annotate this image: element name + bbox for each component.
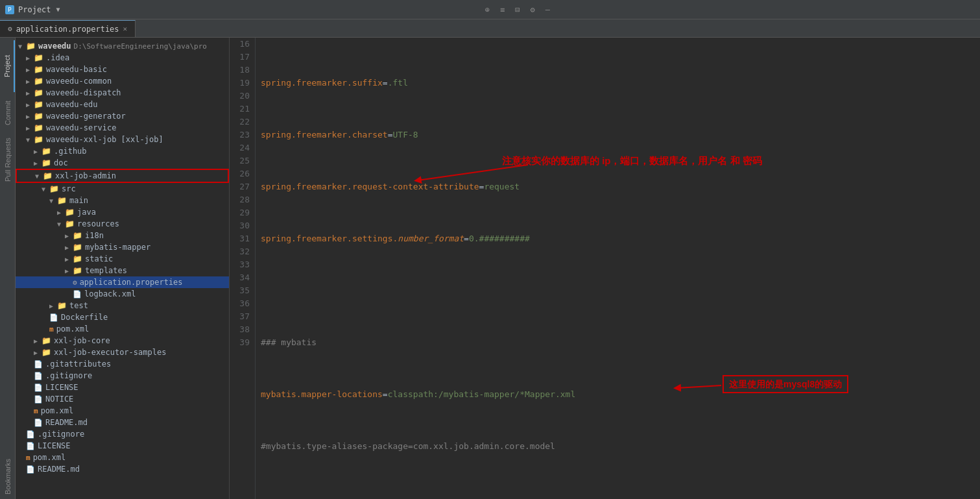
tree-arrow: ▶ — [26, 113, 34, 120]
dockerfile-icon: 📄 — [49, 313, 58, 322]
code-line-18: spring.freemarker.request-context-attrib… — [261, 180, 975, 193]
tree-item-gitignore-waveedu[interactable]: 📄 .gitignore — [16, 370, 229, 382]
tree-item-src[interactable]: ▼ 📁 src — [16, 183, 229, 195]
prop-eq: = — [388, 128, 393, 141]
tree-arrow: ▼ — [26, 136, 34, 143]
tree-item-notice[interactable]: 📄 NOTICE — [16, 393, 229, 405]
tree-label: xxl-job-core — [54, 336, 110, 345]
tree-item-i18n[interactable]: ▶ 📁 i18n — [16, 230, 229, 241]
tree-item-readme-root[interactable]: 📄 README.md — [16, 463, 229, 475]
code-content: spring.freemarker.suffix=.ftl spring.fre… — [256, 38, 980, 499]
toolbar-settings[interactable]: ⚙ — [530, 5, 534, 14]
tree-label: main — [69, 196, 88, 205]
tree-item-templates[interactable]: ▶ 📁 templates — [16, 265, 229, 276]
folder-icon: 📁 — [49, 184, 59, 193]
tree-item-main[interactable]: ▼ 📁 main — [16, 195, 229, 206]
folder-icon: 📁 — [34, 88, 43, 97]
tree-arrow: ▶ — [26, 125, 34, 132]
line-num-23: 23 — [235, 128, 250, 141]
line-num-19: 19 — [235, 77, 250, 90]
tree-label: waveedu-basic — [46, 65, 107, 74]
tree-item-waveedu-common[interactable]: ▶ 📁 waveedu-common — [16, 75, 229, 87]
tree-item-license-root[interactable]: 📄 LICENSE — [16, 440, 229, 452]
tree-item-doc[interactable]: ▶ 📁 doc — [16, 157, 229, 169]
tree-item-waveedu[interactable]: ▼ 📁 waveedu D:\SoftwareEngineering\java\… — [16, 40, 229, 52]
line-num-29: 29 — [235, 206, 250, 219]
tree-item-resources[interactable]: ▼ 📁 resources — [16, 218, 229, 230]
folder-icon: 📁 — [57, 301, 67, 310]
prop-val: request — [484, 180, 520, 193]
prop-eq: = — [383, 77, 388, 90]
code-line-22: mybatis.mapper-locations=classpath:/myba… — [261, 388, 975, 401]
tree-item-waveedu-xxl-job[interactable]: ▼ 📁 waveedu-xxl-job [xxl-job] — [16, 134, 229, 145]
tree-item-application-properties[interactable]: ⚙ application.properties — [16, 276, 229, 288]
tree-label: java — [77, 208, 96, 217]
code-area[interactable]: 16 17 18 19 20 21 22 23 24 25 26 27 28 2… — [230, 38, 980, 499]
toolbar-icon-1[interactable]: ⊕ — [485, 5, 490, 14]
side-tool-pullreq[interactable]: Pull Requests — [1, 134, 15, 186]
tree-item-license-waveedu[interactable]: 📄 LICENSE — [16, 382, 229, 393]
toolbar-icon-2[interactable]: ≡ — [500, 5, 505, 14]
file-tree-panel[interactable]: ▼ 📁 waveedu D:\SoftwareEngineering\java\… — [16, 38, 230, 499]
folder-icon: 📁 — [34, 65, 43, 74]
line-num-28: 28 — [235, 193, 250, 206]
tree-arrow: ▶ — [26, 78, 34, 85]
tab-application-properties[interactable]: ⚙ application.properties ✕ — [0, 20, 136, 37]
xml-file-icon: 📄 — [73, 290, 82, 298]
tree-item-waveedu-service[interactable]: ▶ 📁 waveedu-service — [16, 122, 229, 134]
tree-item-readme-waveedu[interactable]: 📄 README.md — [16, 417, 229, 428]
tree-item-java[interactable]: ▶ 📁 java — [16, 206, 229, 218]
line-num-27: 27 — [235, 180, 250, 193]
tree-item-mybatis-mapper[interactable]: ▶ 📁 mybatis-mapper — [16, 241, 229, 253]
main-layout: Project Commit Pull Requests Bookmarks ▼… — [0, 38, 980, 499]
line-num-24: 24 — [235, 141, 250, 154]
folder-icon: 📁 — [34, 135, 43, 144]
line-num-31: 31 — [235, 232, 250, 245]
folder-icon: 📁 — [43, 171, 53, 180]
tree-item-test[interactable]: ▶ 📁 test — [16, 300, 229, 311]
tree-item-pom-waveedu[interactable]: m pom.xml — [16, 405, 229, 417]
tree-item-idea[interactable]: ▶ 📁 .idea — [16, 52, 229, 64]
tree-item-waveedu-dispatch[interactable]: ▶ 📁 waveedu-dispatch — [16, 87, 229, 99]
tree-item-waveedu-edu[interactable]: ▶ 📁 waveedu-edu — [16, 99, 229, 110]
git-file-icon: 📄 — [34, 372, 43, 380]
tree-item-gitignore-root[interactable]: 📄 .gitignore — [16, 428, 229, 440]
title-text: Project — [18, 5, 51, 14]
tree-item-pom-root[interactable]: m pom.xml — [16, 452, 229, 463]
tree-label: mybatis-mapper — [85, 243, 150, 252]
folder-icon: 📁 — [26, 42, 36, 51]
code-line-20 — [261, 284, 975, 297]
tree-label: resources — [77, 219, 119, 228]
tree-item-dockerfile[interactable]: 📄 Dockerfile — [16, 311, 229, 323]
tree-item-xxl-job-admin[interactable]: ▼ 📁 xxl-job-admin — [16, 169, 229, 183]
line-num-33: 33 — [235, 258, 250, 271]
tree-item-pom-admin[interactable]: m pom.xml — [16, 323, 229, 335]
prop-key: spring.freemarker.suffix — [261, 77, 383, 90]
tab-close-button[interactable]: ✕ — [123, 25, 128, 33]
tree-item-logback-xml[interactable]: 📄 logback.xml — [16, 288, 229, 300]
prop-val: .ftl — [388, 77, 408, 90]
side-tool-bookmarks[interactable]: Bookmarks — [1, 454, 15, 499]
module-file-icon: m — [49, 325, 54, 334]
side-tool-project[interactable]: Project — [1, 40, 15, 92]
tree-item-xxl-job-executor[interactable]: ▶ 📁 xxl-job-executor-samples — [16, 347, 229, 358]
side-tool-commit[interactable]: Commit — [1, 93, 15, 132]
tree-item-gitattributes[interactable]: 📄 .gitattributes — [16, 358, 229, 370]
folder-icon: 📁 — [73, 254, 82, 263]
tab-icon: ⚙ — [8, 25, 12, 33]
tree-item-static[interactable]: ▶ 📁 static — [16, 253, 229, 265]
tree-item-waveedu-generator[interactable]: ▶ 📁 waveedu-generator — [16, 110, 229, 122]
md-file-icon: 📄 — [26, 465, 35, 474]
tree-label: xxl-job-executor-samples — [54, 348, 166, 357]
tree-item-github[interactable]: ▶ 📁 .github — [16, 145, 229, 157]
toolbar-icon-3[interactable]: ⊟ — [515, 5, 520, 14]
toolbar-close[interactable]: — — [545, 5, 550, 14]
prop-key: spring.freemarker.request-context-attrib… — [261, 180, 479, 193]
tree-label: static — [85, 254, 113, 263]
git-file-icon: 📄 — [34, 360, 43, 369]
tree-arrow: ▶ — [65, 256, 73, 263]
line-num-18: 18 — [235, 64, 250, 77]
tree-item-xxl-job-core[interactable]: ▶ 📁 xxl-job-core — [16, 335, 229, 347]
tree-item-waveedu-basic[interactable]: ▶ 📁 waveedu-basic — [16, 64, 229, 75]
folder-icon: 📁 — [42, 147, 51, 156]
